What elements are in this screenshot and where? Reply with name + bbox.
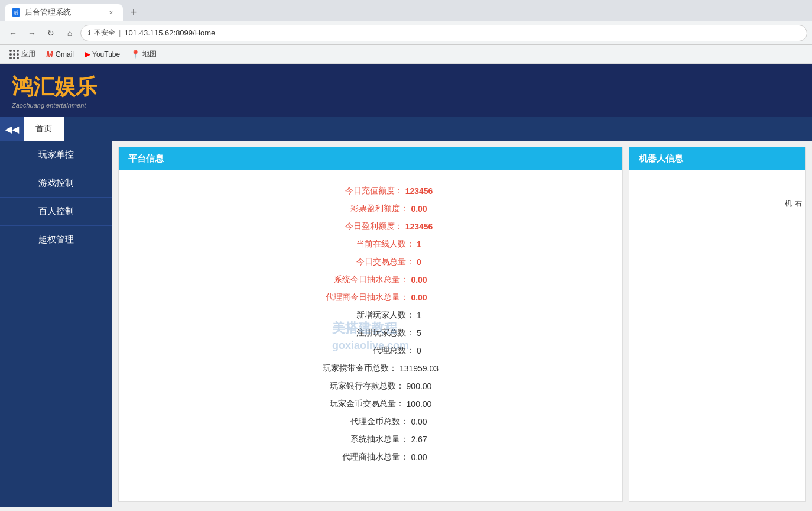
logo-text: 鸿汇娱乐 bbox=[12, 73, 97, 102]
sidebar-item-superadmin[interactable]: 超权管理 bbox=[0, 226, 112, 254]
info-row-transaction: 今日交易总量： 0 bbox=[137, 253, 605, 271]
app-wrapper: 鸿汇娱乐 Zaochuang entertainment ◀◀ 首页 玩家单控 … bbox=[0, 64, 812, 511]
bookmark-maps[interactable]: 📍 地图 bbox=[126, 47, 161, 61]
sys-total-rake-label: 系统抽水总量： bbox=[314, 434, 408, 445]
home-button[interactable]: ⌂ bbox=[61, 25, 78, 41]
url-separator: | bbox=[119, 28, 121, 37]
agent-count-label: 代理总数： bbox=[320, 345, 414, 356]
maps-icon: 📍 bbox=[131, 50, 140, 59]
info-row-agent-rake: 代理商今日抽水总量： 0.00 bbox=[137, 289, 605, 306]
info-row-reg-player: 注册玩家总数： 5 bbox=[137, 324, 605, 342]
bookmark-gmail[interactable]: M Gmail bbox=[41, 48, 79, 61]
forward-button[interactable]: → bbox=[24, 25, 40, 41]
robot-panel-body: 右机 bbox=[629, 170, 805, 501]
info-row-recharge: 今日充值额度： 123456 bbox=[137, 182, 605, 200]
info-row-profit: 今日盈利额度： 123456 bbox=[137, 218, 605, 235]
nav-home-tab[interactable]: 首页 bbox=[24, 117, 64, 141]
agent-coins-label: 代理金币总数： bbox=[314, 416, 408, 427]
sidebar: 玩家单控 游戏控制 百人控制 超权管理 bbox=[0, 141, 112, 507]
bookmark-gmail-label: Gmail bbox=[56, 50, 74, 59]
agent-total-rake-value: 0.00 bbox=[411, 452, 427, 462]
security-icon: ℹ bbox=[88, 29, 90, 37]
logo-area: 鸿汇娱乐 Zaochuang entertainment bbox=[12, 73, 97, 109]
recharge-value: 123456 bbox=[405, 186, 433, 196]
player-coins-label: 玩家携带金币总数： bbox=[303, 363, 397, 374]
bookmarks-bar: 应用 M Gmail ▶ YouTube 📍 地图 bbox=[0, 45, 812, 64]
bottom-bar: 🔍 立即更新 bbox=[0, 507, 812, 511]
svg-text:后: 后 bbox=[14, 10, 18, 15]
player-coins-value: 131959.03 bbox=[399, 364, 439, 373]
platform-panel-body[interactable]: 美搭建教程goxiaolive.com 今日充值额度： 123456 彩票盈利额… bbox=[119, 170, 622, 501]
nav-bar: ◀◀ 首页 bbox=[0, 117, 812, 141]
agent-total-rake-label: 代理商抽水总量： bbox=[314, 452, 408, 463]
info-row-online: 当前在线人数： 1 bbox=[137, 235, 605, 253]
reg-player-label: 注册玩家总数： bbox=[320, 328, 414, 338]
tab-close-button[interactable]: × bbox=[106, 8, 116, 17]
browser-tab[interactable]: 后 后台管理系统 × bbox=[5, 4, 123, 21]
platform-panel: 平台信息 美搭建教程goxiaolive.com 今日充值额度： 123456 … bbox=[118, 147, 623, 502]
lottery-value: 0.00 bbox=[411, 204, 427, 214]
gmail-icon: M bbox=[46, 50, 53, 59]
coin-trade-value: 100.00 bbox=[407, 399, 432, 409]
reload-button[interactable]: ↻ bbox=[43, 25, 59, 41]
reg-player-value: 5 bbox=[417, 328, 421, 338]
new-player-value: 1 bbox=[417, 311, 421, 320]
info-row-agent-coins: 代理金币总数： 0.00 bbox=[137, 413, 605, 431]
apps-grid-icon bbox=[9, 50, 19, 59]
new-player-label: 新增玩家人数： bbox=[320, 310, 414, 321]
info-row-player-coins: 玩家携带金币总数： 131959.03 bbox=[137, 360, 605, 377]
profit-label: 今日盈利额度： bbox=[308, 221, 403, 232]
url-display[interactable]: 101.43.115.62:8099/Home bbox=[124, 28, 215, 37]
back-button[interactable]: ← bbox=[5, 25, 21, 41]
bookmark-maps-label: 地图 bbox=[142, 49, 157, 59]
agent-rake-value: 0.00 bbox=[411, 293, 427, 302]
bank-deposit-value: 900.00 bbox=[407, 381, 432, 391]
agent-count-value: 0 bbox=[417, 346, 421, 355]
sidebar-item-game[interactable]: 游戏控制 bbox=[0, 169, 112, 198]
agent-coins-value: 0.00 bbox=[411, 417, 427, 426]
info-row-sys-rake: 系统今日抽水总量： 0.00 bbox=[137, 271, 605, 289]
transaction-value: 0 bbox=[417, 257, 421, 267]
info-row-sys-total-rake: 系统抽水总量： 2.67 bbox=[137, 431, 605, 448]
browser-toolbar: ← → ↻ ⌂ ℹ 不安全 | 101.43.115.62:8099/Home bbox=[0, 21, 812, 45]
app-body: 玩家单控 游戏控制 百人控制 超权管理 平台信息 美搭建教程goxiaolive… bbox=[0, 141, 812, 507]
nav-back-button[interactable]: ◀◀ bbox=[0, 117, 24, 141]
agent-rake-label: 代理商今日抽水总量： bbox=[314, 292, 408, 303]
main-content: 平台信息 美搭建教程goxiaolive.com 今日充值额度： 123456 … bbox=[112, 141, 812, 507]
tab-favicon: 后 bbox=[12, 8, 20, 17]
bookmark-youtube[interactable]: ▶ YouTube bbox=[80, 48, 125, 60]
coin-trade-label: 玩家金币交易总量： bbox=[310, 399, 404, 409]
sidebar-item-player[interactable]: 玩家单控 bbox=[0, 141, 112, 169]
youtube-icon: ▶ bbox=[85, 50, 90, 59]
tab-title: 后台管理系统 bbox=[25, 7, 71, 18]
bookmark-apps-label: 应用 bbox=[21, 49, 35, 59]
bookmark-youtube-label: YouTube bbox=[92, 50, 120, 59]
browser-chrome: 后 后台管理系统 × + ← → ↻ ⌂ ℹ 不安全 | 101.43.115.… bbox=[0, 0, 812, 64]
sys-rake-value: 0.00 bbox=[411, 275, 427, 284]
bookmark-apps[interactable]: 应用 bbox=[5, 47, 40, 61]
sys-total-rake-value: 2.67 bbox=[411, 435, 427, 444]
sidebar-item-hundred[interactable]: 百人控制 bbox=[0, 198, 112, 226]
platform-panel-header: 平台信息 bbox=[119, 147, 622, 170]
browser-titlebar: 后 后台管理系统 × + bbox=[0, 0, 812, 21]
recharge-label: 今日充值额度： bbox=[308, 186, 403, 196]
robot-panel: 机器人信息 右机 bbox=[629, 147, 806, 502]
lottery-label: 彩票盈利额度： bbox=[314, 203, 408, 214]
info-row-bank-deposit: 玩家银行存款总数： 900.00 bbox=[137, 377, 605, 395]
info-row-coin-trade: 玩家金币交易总量： 100.00 bbox=[137, 395, 605, 413]
robot-panel-header: 机器人信息 bbox=[629, 147, 805, 170]
info-row-lottery: 彩票盈利额度： 0.00 bbox=[137, 200, 605, 218]
online-label: 当前在线人数： bbox=[320, 239, 414, 250]
info-row-agent-count: 代理总数： 0 bbox=[137, 342, 605, 360]
new-tab-button[interactable]: + bbox=[125, 4, 142, 21]
security-label: 不安全 bbox=[94, 28, 115, 38]
app-header: 鸿汇娱乐 Zaochuang entertainment bbox=[0, 64, 812, 117]
bank-deposit-label: 玩家银行存款总数： bbox=[310, 381, 404, 392]
sys-rake-label: 系统今日抽水总量： bbox=[314, 274, 408, 285]
transaction-label: 今日交易总量： bbox=[320, 257, 414, 267]
info-row-agent-total-rake: 代理商抽水总量： 0.00 bbox=[137, 448, 605, 466]
online-value: 1 bbox=[417, 240, 421, 249]
info-row-new-player: 新增玩家人数： 1 bbox=[137, 306, 605, 324]
address-bar[interactable]: ℹ 不安全 | 101.43.115.62:8099/Home bbox=[80, 25, 807, 41]
profit-value: 123456 bbox=[405, 222, 433, 231]
